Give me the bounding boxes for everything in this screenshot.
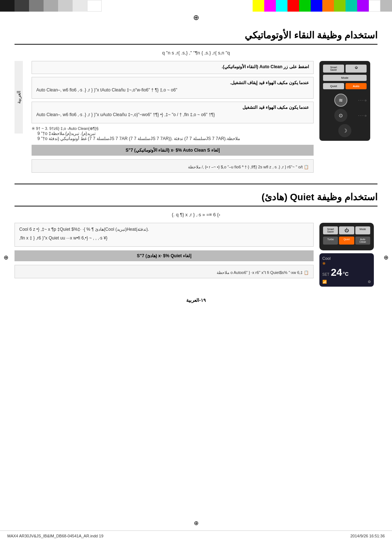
- swatch-white2: [369, 0, 380, 12]
- color-swatches-area: [196, 0, 392, 12]
- remote-icons-section: ≋ · · · ○ ⊙ · · · ○ ☽: [323, 94, 367, 137]
- note-after-cancel: 📋 r –~ •} $,o "–u fio6 ª †·} ,fi¶} 2s wf…: [32, 159, 314, 173]
- section1-title: استخدام وظيفة النقاء الأوتوماتيكي: [15, 30, 377, 45]
- display-temp-row: SET 24 °C: [322, 267, 371, 278]
- quiet-note-content: ‡,o Autoo6" } ·x r6" x"t fi Quiet$s% "·x…: [217, 270, 303, 275]
- section1-subtitle: q "n s ,r{ .s,} ," "¶n { ,s.} ,r{ s,n "q: [15, 50, 377, 56]
- swatch-lighter-gray: [58, 0, 73, 12]
- quiet-main-text2: ,fln x ‡ } ,r6 )"x Quiet uu ···x w•fi 6,…: [19, 235, 309, 241]
- swatch-white: [87, 0, 102, 12]
- power-btn: ⏻: [346, 65, 367, 73]
- fan-bars-icon: ⚙: [368, 280, 371, 284]
- wifi-icon: 📶: [322, 280, 327, 284]
- section1-content: العربية اضغط على زر Auto Clean (النقاء ا…: [15, 61, 377, 173]
- color-swatches: [253, 0, 392, 12]
- swatch-dark-gray: [15, 0, 29, 12]
- gray-swatches-area: [0, 0, 196, 12]
- remote-control-1: SmartSaver ⏻ Mode Quiet Auto: [319, 61, 370, 141]
- remote-control-2: SmartSaver ⏻ Mode Turbo Quiet AutoClean: [319, 223, 374, 250]
- cancel-text-1: إلغاء x· $% Auto Clean S (النقاء الأوتوم…: [37, 148, 308, 153]
- top-bar: [0, 0, 392, 12]
- step3-on-box: عندما يكون مكيف الهواء قيد التشغيل Auto …: [32, 102, 314, 123]
- mode-btn: Mode: [323, 75, 367, 81]
- note-block: ※ 9† ~ 3. 9†z6} ‡,o -Auto Clean{⊕¶}§ 9 "…: [32, 126, 314, 141]
- dots-2: · · · ○: [358, 109, 367, 122]
- note-text1: 9† ~ 3. 9†z6} ‡,o -Auto Clean{⊕¶}§: [36, 126, 98, 131]
- note-after-cancel-content: r –~ •} $,o "–u fio6 ª †·} ,fi¶} 2s wfl …: [188, 165, 303, 169]
- step1-box: اضغط على زر Auto Clean (النقاء الأوتومات…: [32, 61, 314, 74]
- auto-btn: Auto: [346, 83, 367, 89]
- fan-icon-btn: ≋: [334, 94, 347, 107]
- swatch-silver: [380, 0, 392, 12]
- note-label-icon: 📋: [303, 165, 309, 169]
- display-mode: Cool: [322, 256, 371, 261]
- step3-on-title: عندما يكون مكيف الهواء قيد التشغيل: [36, 105, 309, 110]
- remote2-turbo: Turbo: [323, 237, 338, 245]
- registration-mark-top: ⊕: [193, 13, 199, 22]
- section1-main-text: اضغط على زر Auto Clean (النقاء الأوتومات…: [32, 61, 314, 173]
- section-divider: [15, 184, 377, 184]
- quiet-note-box: 📋 ‡,o Autoo6" } ·x r6" x"t fi Quiet$s% "…: [15, 265, 314, 278]
- smart-saver-btn: SmartSaver: [323, 65, 344, 73]
- swatch-black: [0, 0, 15, 12]
- display-icons-row: 📶 ⚙: [322, 280, 371, 284]
- reg-mark-mid-left: ⊕: [4, 254, 8, 261]
- display-set-label: SET: [322, 272, 329, 276]
- swatch-blue: [311, 0, 322, 12]
- reg-mark-mid-right: ⊕: [384, 254, 388, 261]
- remote-buttons-top: SmartSaver ⏻: [323, 65, 367, 73]
- page-footer: MAX4 AR30JV&JS_IB&IM_DB68-04541A_AR.indd…: [0, 530, 392, 541]
- remote2-mode: Mode: [355, 226, 370, 234]
- note-after-cancel-text: 📋 r –~ •} $,o "–u fio6 ª †·} ,fi¶} 2s wf…: [36, 165, 309, 169]
- note-line1c: 9 "†o غط أوتوماتيكي (تدفئة (سلسلة 7 7JS …: [32, 136, 314, 141]
- swatch-near-white: [73, 0, 87, 12]
- cancel-text-2: إلغاء x· $% Quiet (هادئ) S"7: [20, 253, 308, 258]
- swatch-yellow: [253, 0, 264, 12]
- step2-off-title: عندما يكون مكيف الهواء قيد إيقاف التشغيل…: [36, 80, 309, 85]
- footer-timestamp: 2014/9/26 16:51:36: [350, 534, 385, 538]
- remote2-quiet: Quiet: [339, 237, 354, 245]
- swatch-red: [287, 0, 299, 12]
- display-panel: Cool ❄ SET 24 °C 📶 ⚙: [319, 253, 374, 287]
- smart-saver-label: SmartSaver: [324, 66, 343, 71]
- display-temperature: 24 °C: [331, 267, 348, 278]
- remote2-top-row: SmartSaver ⏻ Mode: [323, 226, 370, 234]
- snowflake-icon: ❄: [322, 261, 371, 266]
- reg-mark-bottom: ⊕: [194, 520, 199, 526]
- section1-remote: SmartSaver ⏻ Mode Quiet Auto: [319, 61, 377, 144]
- swatch-green: [299, 0, 311, 12]
- section2-subtitle: ‹} 6 ≡= « q ¶} x ,r } ,·s .}: [15, 212, 377, 217]
- step2-off-box: عندما يكون مكيف الهواء قيد إيقاف التشغيل…: [32, 77, 314, 99]
- step2-off-text: Auto Clean–, w6 flo6 ,·s .} ,r } )"x tAu…: [36, 87, 309, 93]
- note-line1b: 9 "†o ‡تبريد{م}. تبريد{م}.ملاحظة: [32, 131, 314, 136]
- quiet-main-text1: Cool 6 z •} ,‡~ x ¶p ‡Quiet $%‡· ·{ % ¶ …: [19, 226, 309, 233]
- remote2-smart-saver: SmartSaver: [323, 226, 338, 234]
- footer-filename: MAX4 AR30JV&JS_IB&IM_DB68-04541A_AR.indd…: [7, 534, 103, 538]
- swatch-magenta: [264, 0, 276, 12]
- section-quiet: استخدام وظيفة Quiet (هادئ) ‹} 6 ≡= « q ¶…: [15, 192, 377, 287]
- cancel-box-2: إلغاء x· $% Quiet (هادئ) S"7: [15, 250, 314, 261]
- step3-on-text: Auto Clean–, w6 flo6 ,·s .} ,r } )"x uAu…: [36, 111, 309, 118]
- quiet-note-text: 📋 ‡,o Autoo6" } ·x r6" x"t fi Quiet$s% "…: [19, 270, 309, 275]
- timer-icon-btn: ⊙: [334, 109, 347, 122]
- note-star: ※: [32, 126, 36, 131]
- section2-remote: SmartSaver ⏻ Mode Turbo Quiet AutoClean …: [319, 223, 377, 287]
- section2-main-text: Cool 6 z •} ,‡~ x ¶p ‡Quiet $%‡· ·{ % ¶ …: [15, 223, 314, 278]
- swatch-teal: [346, 0, 357, 12]
- quiet-info-box: Cool 6 z •} ,‡~ x ¶p ‡Quiet $%‡· ·{ % ¶ …: [15, 223, 314, 247]
- gray-swatches: [0, 0, 102, 12]
- swatch-cyan: [276, 0, 287, 12]
- section-auto-clean: استخدام وظيفة النقاء الأوتوماتيكي q "n s…: [15, 30, 377, 173]
- section2-title: استخدام وظيفة Quiet (هادئ): [15, 192, 377, 206]
- power-icon: ⏻: [355, 66, 358, 69]
- swatch-orange: [322, 0, 334, 12]
- section1-subtitle-text: q "n s ,r{ .s,} ," "¶n { ,s.} ,r{ s,n "q: [162, 50, 230, 56]
- page-content: استخدام وظيفة النقاء الأوتوماتيكي q "n s…: [0, 22, 392, 314]
- swatch-light-gray: [44, 0, 58, 12]
- quiet-btn: Quiet: [323, 83, 344, 89]
- page-number: ١٩-العربية: [15, 294, 377, 307]
- remote2-power: ⏻: [339, 226, 354, 234]
- swatch-gray: [29, 0, 44, 12]
- note-line1: ※ 9† ~ 3. 9†z6} ‡,o -Auto Clean{⊕¶}§: [32, 126, 314, 131]
- swatch-lime: [334, 0, 346, 12]
